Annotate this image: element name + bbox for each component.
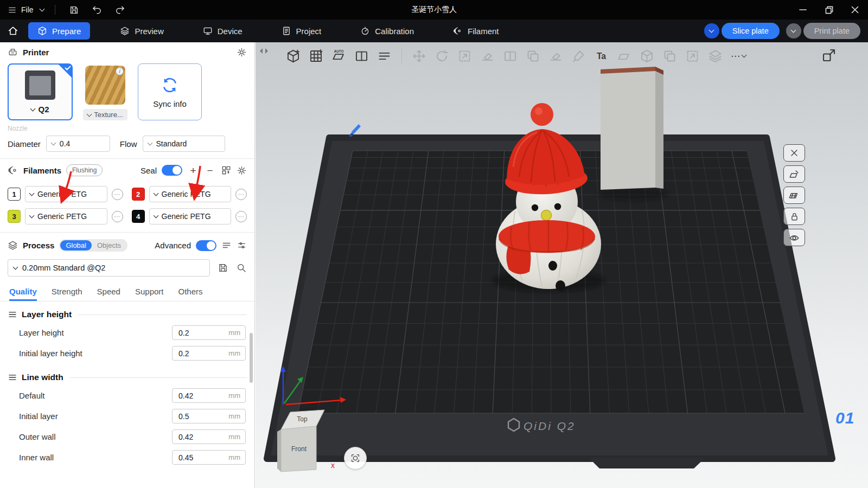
clone-icon[interactable] [526,49,540,63]
edit-plate-button[interactable] [783,165,805,183]
tab-project-label: Project [296,27,322,36]
tab-calibration[interactable]: Calibration [351,22,423,40]
selected-check-icon [58,64,72,78]
line-width-initial-layer-input[interactable]: 0.5 mm [172,409,246,423]
tab-quality[interactable]: Quality [9,287,37,301]
primitive-cube-icon[interactable] [640,49,654,63]
tab-device[interactable]: Device [194,22,252,40]
delete-plate-button[interactable] [783,144,805,162]
slice-plate-button[interactable]: Slice plate [704,23,780,39]
print-plate-button[interactable]: Print plate [786,23,860,39]
add-plate-icon[interactable] [309,49,323,63]
remove-filament-button[interactable]: − [204,165,216,176]
seal-toggle[interactable] [162,165,182,176]
file-menu-chevron-icon[interactable] [39,7,44,12]
lay-flat-icon[interactable] [480,49,495,63]
undo-button[interactable] [89,2,105,18]
filament-select-1[interactable]: Generic PETG [25,186,107,202]
filament-swatch-2[interactable]: 2 [132,188,145,201]
layer-height-input[interactable]: 0.2 mm [172,325,246,340]
filament-more-button-2[interactable]: ⋯ [235,189,247,200]
process-preset-select[interactable]: 0.20mm Standard @Q2 [8,259,210,277]
cube-top-label[interactable]: Top [297,415,308,423]
flushing-button[interactable]: Flushing [66,164,103,176]
filament-swatch-3[interactable]: 3 [8,210,21,223]
plate-visibility-button[interactable] [783,229,805,246]
sidebar-scrollbar[interactable] [250,333,253,383]
scene-3d[interactable]: QiDi Q2 [256,42,868,488]
scope-global-button[interactable]: Global [60,240,92,251]
paint-icon[interactable] [571,49,586,63]
add-object-icon[interactable] [286,49,301,63]
auto-orient-icon[interactable]: AUTO [331,49,346,63]
rotate-icon[interactable] [435,49,449,63]
prime-tower[interactable] [601,67,663,190]
arrange-plate-button[interactable] [783,187,805,204]
tab-speed[interactable]: Speed [97,287,120,301]
cube-front-label[interactable]: Front [291,445,307,453]
sync-info-button[interactable]: Sync info [138,63,202,120]
filament-select-2[interactable]: Generic PETG [149,186,232,202]
scope-objects-button[interactable]: Objects [92,240,126,251]
printer-model-chevron-icon[interactable] [30,106,36,111]
parameter-list-icon[interactable] [221,240,232,251]
tab-project[interactable]: Project [272,22,331,40]
redo-button[interactable] [112,2,128,18]
line-width-outer-wall-input[interactable]: 0.42 mm [172,429,246,444]
filament-swatch-1[interactable]: 1 [8,188,21,201]
slice-options-chevron-icon[interactable] [704,23,719,38]
tab-prepare[interactable]: Prepare [28,22,90,40]
filament-swatch-4[interactable]: 4 [132,210,145,223]
filament-settings-gear-icon[interactable] [237,165,247,176]
mesh-boolean-icon[interactable] [662,49,677,63]
filament-more-button-4[interactable]: ⋯ [235,211,247,222]
scale-icon[interactable] [457,49,472,63]
diameter-select[interactable]: 0.4 [46,136,110,152]
filament-more-button-3[interactable]: ⋯ [112,211,123,222]
filament-select-3[interactable]: Generic PETG [25,208,107,224]
assembly-view-icon[interactable] [821,47,837,63]
split-icon[interactable] [503,49,518,63]
variable-layer-icon[interactable] [708,49,723,63]
tune-sliders-icon[interactable] [237,240,247,251]
save-button[interactable] [66,2,82,18]
tab-support[interactable]: Support [135,287,164,301]
build-plate-card[interactable]: i Texture... [78,63,132,120]
file-menu[interactable]: File [8,5,34,15]
viewport-camera-button[interactable] [344,447,367,470]
tab-filament[interactable]: Filament [444,22,508,40]
filament-more-button-1[interactable]: ⋯ [112,189,123,200]
initial-layer-height-input[interactable]: 0.2 mm [172,346,246,361]
lock-plate-button[interactable] [783,208,805,225]
sidebar-collapse-handle[interactable] [259,47,269,55]
print-options-chevron-icon[interactable] [786,23,801,38]
text-tool-icon[interactable]: Ta [594,49,609,63]
tab-strength[interactable]: Strength [52,287,82,301]
tab-others[interactable]: Others [178,287,203,301]
search-parameters-icon[interactable] [236,262,247,273]
seam-icon[interactable] [617,49,631,63]
place-on-face-icon[interactable] [548,49,563,63]
filament-select-4[interactable]: Generic PETG [149,208,232,224]
advanced-toggle[interactable] [196,240,216,251]
home-button[interactable] [0,20,26,42]
printer-card[interactable]: Q2 [8,63,73,120]
move-icon[interactable] [412,49,426,63]
cage-edit-icon[interactable] [685,49,700,63]
line-width-default-input[interactable]: 0.42 mm [172,388,246,403]
plate-type-select[interactable]: Texture... [83,109,127,120]
save-preset-icon[interactable] [218,262,228,273]
minimize-button[interactable] [790,0,816,20]
more-tools-button[interactable]: ⋯ [731,50,746,62]
close-button[interactable] [842,0,868,20]
flow-select[interactable]: Standard [143,136,225,152]
object-list-icon[interactable] [377,49,392,63]
line-width-inner-wall-input[interactable]: 0.45 mm [172,450,246,465]
flushing-volumes-icon[interactable] [221,165,232,176]
printer-settings-gear-icon[interactable] [237,47,247,57]
restore-button[interactable] [816,0,842,20]
tab-preview[interactable]: Preview [111,22,173,40]
plate-info-icon[interactable]: i [116,67,124,75]
add-filament-button[interactable]: + [187,165,199,176]
arrange-icon[interactable] [354,49,369,63]
